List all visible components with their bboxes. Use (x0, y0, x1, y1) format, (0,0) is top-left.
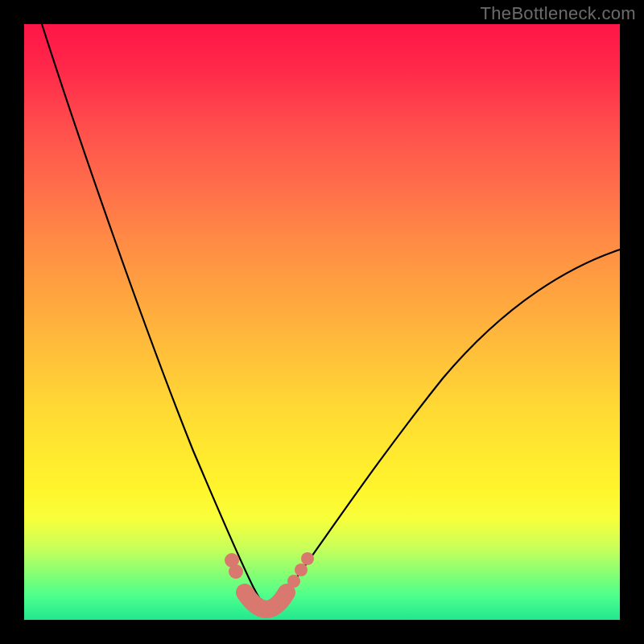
watermark-text: TheBottleneck.com (481, 3, 636, 24)
highlight-point (287, 575, 300, 588)
right-branch-line (268, 250, 620, 609)
curve-layer (24, 24, 620, 620)
highlight-point (295, 564, 308, 576)
left-branch-line (42, 24, 268, 609)
plot-area (24, 24, 620, 620)
chart-stage: TheBottleneck.com (0, 0, 644, 644)
highlight-point (301, 552, 314, 565)
highlight-point (229, 564, 243, 579)
highlight-band (245, 592, 287, 609)
